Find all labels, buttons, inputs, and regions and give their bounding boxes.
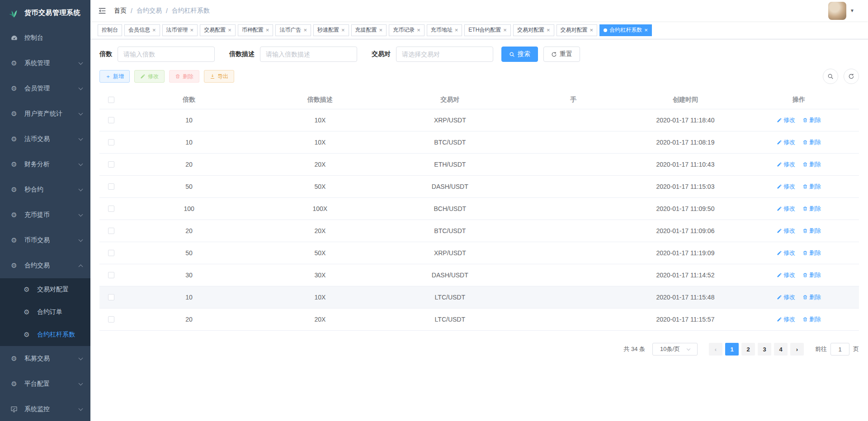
tab-trade-config[interactable]: 交易配置× [200,24,236,36]
tab-pair-config-2[interactable]: 交易对配置× [557,24,598,36]
edit-link[interactable]: 修改 [777,116,795,124]
close-icon[interactable]: × [503,27,507,33]
delete-link[interactable]: 删除 [802,293,821,301]
delete-link[interactable]: 删除 [802,116,821,124]
chevron-down-icon [79,212,83,217]
row-checkbox[interactable] [108,294,114,300]
sidebar-subitem-pair-config[interactable]: ⚙ 交易对配置 [0,278,90,301]
page-button-1[interactable]: 1 [725,343,739,356]
user-avatar[interactable] [828,2,846,20]
add-button[interactable]: ＋ 新增 [99,70,130,83]
edit-link[interactable]: 修改 [777,249,795,257]
tab-eth-contract-config[interactable]: ETH合约配置× [464,24,511,36]
sidebar-collapse-icon[interactable] [98,6,107,15]
sidebar-item-console[interactable]: 控制台 [0,25,90,51]
tab-coin-config[interactable]: 币种配置× [238,24,274,36]
close-icon[interactable]: × [228,27,231,33]
sidebar-item-deposit-withdraw[interactable]: ⚙ 充币提币 [0,202,90,228]
table-search-toggle-button[interactable] [823,69,838,84]
sidebar-subitem-contract-orders[interactable]: ⚙ 合约订单 [0,301,90,323]
sidebar-item-contract-trade[interactable]: ⚙ 合约交易 [0,253,90,278]
edit-link[interactable]: 修改 [777,271,795,279]
tab-deposit-records[interactable]: 充币记录× [389,24,425,36]
close-icon[interactable]: × [303,27,307,33]
delete-link[interactable]: 删除 [802,138,821,146]
edit-link[interactable]: 修改 [777,205,795,213]
delete-button[interactable]: 删除 [169,70,199,83]
multiple-input[interactable] [118,47,215,62]
page-button-2[interactable]: 2 [741,343,755,356]
edit-link[interactable]: 修改 [777,315,795,323]
edit-link[interactable]: 修改 [777,138,795,146]
multiple-desc-input[interactable] [260,47,357,62]
search-button[interactable]: 搜索 [501,47,538,62]
sidebar: 货币交易管理系统 控制台 ⚙ 系统管理 ⚙ 会员管理 ⚙ 用户资产统计 ⚙ 法币… [0,0,90,421]
close-icon[interactable]: × [417,27,420,33]
row-checkbox[interactable] [108,117,114,123]
tab-fiat-mgmt[interactable]: 法币管理× [162,24,198,36]
delete-link[interactable]: 删除 [802,271,821,279]
delete-link[interactable]: 删除 [802,205,821,213]
sidebar-item-coin-trade[interactable]: ⚙ 币币交易 [0,228,90,253]
edit-link[interactable]: 修改 [777,227,795,235]
next-page-button[interactable]: › [790,343,804,356]
edit-link[interactable]: 修改 [777,160,795,168]
delete-link[interactable]: 删除 [802,249,821,257]
edit-button[interactable]: 修改 [134,70,165,83]
chevron-down-icon [79,187,83,192]
sidebar-subitem-leverage-factor[interactable]: ⚙ 合约杠杆系数 [0,323,90,346]
goto-page-input[interactable] [830,343,849,356]
row-checkbox[interactable] [108,228,114,234]
row-checkbox[interactable] [108,250,114,256]
tab-second-config[interactable]: 秒速配置× [313,24,349,36]
sidebar-item-finance-analysis[interactable]: ⚙ 财务分析 [0,152,90,177]
trade-pair-select[interactable] [396,47,493,62]
close-icon[interactable]: × [644,27,648,33]
tab-fiat-ads[interactable]: 法币广告× [275,24,311,36]
close-icon[interactable]: × [590,27,594,33]
sidebar-item-second-contract[interactable]: ⚙ 秒合约 [0,177,90,202]
avatar-dropdown-caret-icon[interactable]: ▼ [850,8,854,13]
page-size-select[interactable]: 10条/页 [652,343,698,356]
edit-link[interactable]: 修改 [777,182,795,191]
page-button-4[interactable]: 4 [774,343,788,356]
sidebar-item-system-monitor[interactable]: 系统监控 [0,397,90,421]
sidebar-item-fiat-trade[interactable]: ⚙ 法币交易 [0,126,90,152]
select-all-checkbox[interactable] [108,97,114,103]
tab-deposit-address[interactable]: 充币地址× [427,24,462,36]
tab-console[interactable]: 控制台 [98,24,122,36]
delete-link[interactable]: 删除 [802,315,821,323]
row-checkbox[interactable] [108,183,114,190]
delete-link[interactable]: 删除 [802,160,821,168]
prev-page-button[interactable]: ‹ [709,343,722,356]
tab-deposit-config[interactable]: 充提配置× [351,24,387,36]
page-button-3[interactable]: 3 [758,343,771,356]
row-checkbox[interactable] [108,316,114,323]
breadcrumb-home[interactable]: 首页 [114,7,127,15]
close-icon[interactable]: × [266,27,269,33]
sidebar-item-platform-config[interactable]: ⚙ 平台配置 [0,371,90,397]
tab-member-info[interactable]: 会员信息× [124,24,160,36]
row-checkbox[interactable] [108,139,114,145]
close-icon[interactable]: × [341,27,345,33]
table-refresh-button[interactable] [844,69,859,84]
close-icon[interactable]: × [455,27,458,33]
edit-link[interactable]: 修改 [777,293,795,301]
close-icon[interactable]: × [547,27,550,33]
reset-button[interactable]: 重置 [543,47,580,62]
row-checkbox[interactable] [108,161,114,168]
row-checkbox[interactable] [108,206,114,212]
close-icon[interactable]: × [379,27,383,33]
row-checkbox[interactable] [108,272,114,278]
tab-pair-config-1[interactable]: 交易对配置× [513,24,554,36]
sidebar-item-user-assets[interactable]: ⚙ 用户资产统计 [0,101,90,126]
delete-link[interactable]: 删除 [802,182,821,191]
tab-leverage-factor-active[interactable]: 合约杠杆系数× [599,24,652,36]
close-icon[interactable]: × [190,27,194,33]
sidebar-item-system-mgmt[interactable]: ⚙ 系统管理 [0,51,90,76]
close-icon[interactable]: × [152,27,156,33]
delete-link[interactable]: 删除 [802,227,821,235]
export-button[interactable]: 导出 [204,70,234,83]
sidebar-item-private-trade[interactable]: ⚙ 私募交易 [0,346,90,371]
sidebar-item-member-mgmt[interactable]: ⚙ 会员管理 [0,76,90,101]
